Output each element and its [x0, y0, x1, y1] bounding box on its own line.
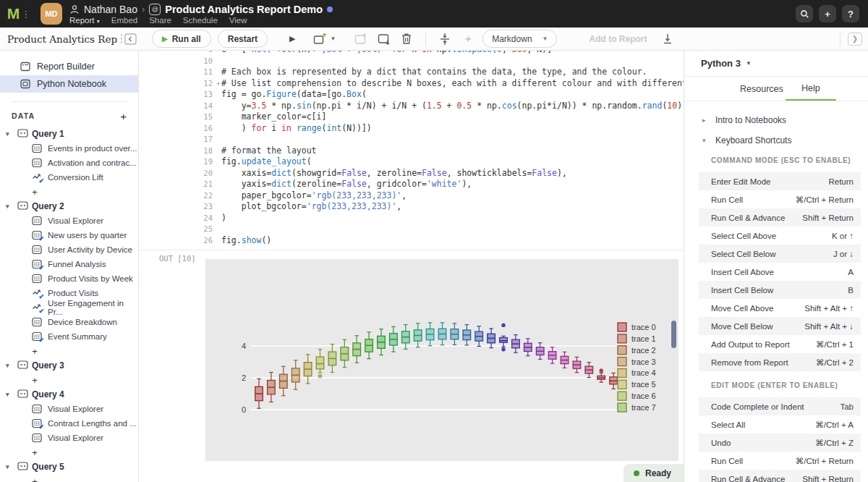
box-trace	[475, 326, 483, 347]
legend-scrollbar[interactable]	[671, 321, 676, 348]
expand-right-panel-button[interactable]: ❯	[848, 33, 862, 46]
tree-item[interactable]: Product Visits by Week	[0, 271, 138, 286]
code-line[interactable]: 11# Each box is represented by a dict th…	[139, 67, 684, 78]
tree-query[interactable]: ▾Query 3	[0, 358, 138, 373]
code-editor[interactable]: 9c = ['hsl('+str(h)+',50%'+',50%)' for h…	[139, 51, 684, 246]
run-all-button[interactable]: ▶ Run all	[152, 30, 211, 48]
menu-item-share[interactable]: Share	[149, 16, 171, 25]
search-button[interactable]	[796, 5, 813, 22]
sidebar-divider	[12, 101, 127, 102]
tree-item[interactable]: Visual Explorer	[0, 213, 138, 228]
code-line[interactable]: 22 paper_bgcolor='rgb(233,233,233)',	[139, 190, 684, 202]
menu-item-embed[interactable]: Embed	[111, 16, 137, 25]
help-button[interactable]: ?	[842, 5, 859, 22]
code-line[interactable]: 18# format the layout	[139, 145, 684, 157]
sidebar-item-python-notebook[interactable]: Python Notebook	[0, 75, 138, 93]
code-line[interactable]: 21 yaxis=dict(zeroline=False, gridcolor=…	[139, 179, 684, 190]
legend-item[interactable]: trace 0	[618, 323, 656, 331]
mode-logo[interactable]: M⋮	[4, 5, 33, 22]
code-line[interactable]: 26fig.show()	[139, 235, 684, 247]
tree-add-button[interactable]: +	[0, 474, 138, 482]
tree-item[interactable]: ✔Funnel Analysis	[0, 257, 138, 271]
legend-item[interactable]: trace 2	[618, 346, 656, 355]
code-line[interactable]: 24)	[139, 213, 684, 224]
tree-add-button[interactable]: +	[0, 445, 138, 460]
tree-query[interactable]: ▾Query 5	[0, 460, 138, 474]
tree-item[interactable]: ✔Conversion Lift	[0, 170, 138, 185]
tree-item[interactable]: ✔New users by quarter	[0, 228, 138, 242]
code-line[interactable]: 16 ) for i in range(int(N))])	[139, 123, 684, 135]
legend-item[interactable]: trace 6	[618, 392, 656, 400]
add-cell-button[interactable]: ▼	[313, 33, 336, 46]
format-cell-button[interactable]: ✦	[464, 33, 472, 45]
code-line[interactable]: 13fig = go.Figure(data=[go.Box(	[139, 89, 684, 101]
add-query-button[interactable]: +	[120, 110, 127, 122]
tree-item[interactable]: Activation and contrac...	[0, 156, 138, 170]
tree-item[interactable]: User Activity by Device	[0, 242, 138, 257]
code-line[interactable]: 20 xaxis=dict(showgrid=False, zeroline=F…	[139, 168, 684, 179]
box-trace	[451, 324, 459, 345]
kernel-select[interactable]: Python 3 ▼	[684, 51, 868, 77]
menu-item-view[interactable]: View	[229, 16, 247, 25]
help-tree-item[interactable]: ▾Keyboard Shortcuts	[684, 130, 868, 151]
menu-item-schedule[interactable]: Schedule	[183, 16, 218, 25]
code-line[interactable]: 17	[139, 134, 684, 145]
tree-item[interactable]: ✔Product Visits	[0, 286, 138, 300]
tree-item[interactable]: Visual Explorer	[0, 402, 138, 416]
tree-query[interactable]: ▾Query 1	[0, 127, 138, 141]
code-line[interactable]: 12▾# Use list comprehension to describe …	[139, 78, 684, 90]
code-line[interactable]: 14 y=3.5 * np.sin(np.pi * i/N) + i/N + (…	[139, 101, 684, 112]
box-trace	[353, 336, 361, 363]
legend-item[interactable]: trace 4	[618, 368, 656, 377]
legend-item[interactable]: trace 5	[618, 380, 656, 389]
download-button[interactable]	[663, 33, 673, 45]
tree-add-button[interactable]: +	[0, 344, 138, 358]
tree-item[interactable]: ✔Event Summary	[0, 329, 138, 344]
tree-item[interactable]: ✔User Engagement in Pr...	[0, 300, 138, 315]
collapse-sidebar-button[interactable]	[120, 33, 137, 46]
query-icon	[17, 201, 28, 210]
box-trace	[365, 332, 373, 359]
run-cell-button[interactable]: ▶	[289, 34, 295, 43]
user-name[interactable]: Nathan Bao	[84, 4, 137, 15]
restart-button[interactable]: Restart	[218, 30, 268, 48]
code-line[interactable]: 25	[139, 224, 684, 235]
box-trace	[561, 352, 569, 368]
tree-item[interactable]: Events in product over...	[0, 141, 138, 156]
new-button[interactable]: +	[819, 5, 836, 22]
tree-add-button[interactable]: +	[0, 185, 138, 199]
copy-cell-down-button[interactable]	[378, 33, 391, 46]
tree-query[interactable]: ▾Query 4	[0, 387, 138, 402]
legend-item[interactable]: trace 7	[618, 403, 656, 412]
delete-cell-button[interactable]	[401, 33, 412, 45]
table-icon	[32, 274, 42, 284]
tree-item[interactable]: ✔Contract Lengths and ...	[0, 416, 138, 431]
notebook-pane: 9c = ['hsl('+str(h)+',50%'+',50%)' for h…	[139, 51, 684, 482]
legend-item[interactable]: trace 3	[618, 358, 656, 366]
tree-item[interactable]: Visual Explorer	[0, 431, 138, 445]
cell-type-select[interactable]: Markdown ▼	[482, 30, 557, 48]
tree-item[interactable]: Device Breakdown	[0, 315, 138, 329]
tree-query[interactable]: ▾Query 2	[0, 199, 138, 213]
merge-cells-button[interactable]	[439, 33, 451, 46]
workspace-avatar[interactable]: MD	[41, 3, 62, 25]
code-line[interactable]: 10	[139, 56, 684, 67]
copy-cell-up-button[interactable]	[354, 33, 367, 46]
code-line[interactable]: 19fig.update_layout(	[139, 156, 684, 168]
shortcut-section-title: EDIT MODE (ENTER TO ENABLE)	[684, 381, 868, 394]
page-title[interactable]: Product Analytics Report Demo	[165, 4, 323, 15]
help-tree-item[interactable]: ▸Intro to Notebooks	[684, 110, 868, 130]
tree-add-button[interactable]: +	[0, 373, 138, 387]
table-icon	[32, 245, 42, 255]
fold-icon[interactable]: ▾	[216, 78, 220, 90]
code-line[interactable]: 15 marker_color=c[i]	[139, 111, 684, 123]
box-trace	[573, 357, 581, 372]
code-line[interactable]: 23 plot_bgcolor='rgb(233,233,233)',	[139, 201, 684, 213]
sidebar-item-report-builder[interactable]: Report Builder	[0, 58, 138, 75]
legend-item[interactable]: trace 1	[618, 334, 656, 343]
box-trace	[328, 344, 336, 373]
add-to-report-button[interactable]: Add to Report	[589, 34, 647, 44]
tab-help[interactable]: Help	[786, 77, 836, 101]
tab-resources[interactable]: Resources	[740, 77, 783, 101]
menu-item-report[interactable]: Report ▾	[69, 16, 100, 25]
